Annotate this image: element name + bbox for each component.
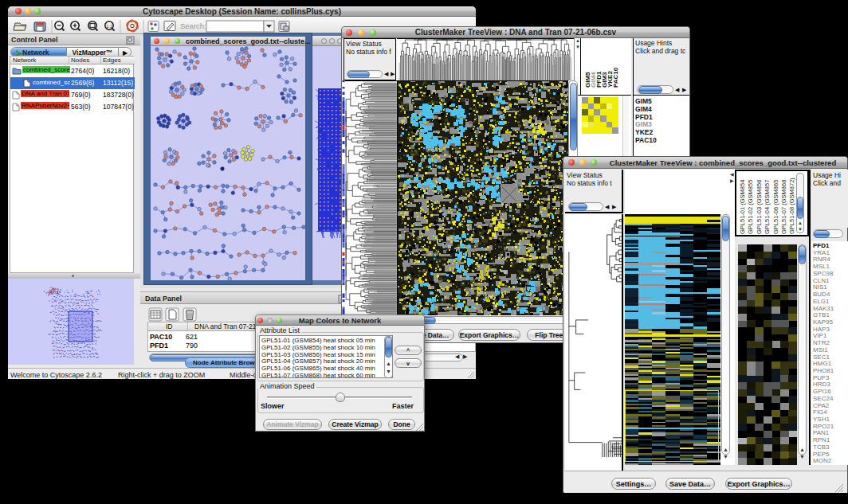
svg-text:1:1: 1:1 bbox=[106, 24, 112, 29]
svg-text:Search:: Search: bbox=[180, 21, 206, 30]
